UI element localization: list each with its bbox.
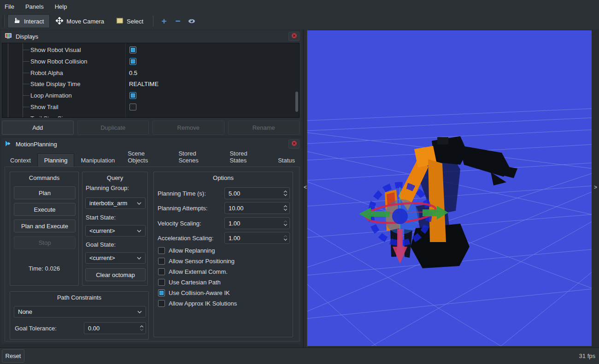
- left-panel-column: Displays Show Robot Visual: [0, 29, 303, 347]
- clear-octomap-button[interactable]: Clear octomap: [85, 268, 146, 281]
- property-value[interactable]: 0.5: [129, 69, 137, 76]
- planning-attempts-label: Planning Attempts:: [158, 205, 207, 212]
- tab-scene-objects[interactable]: Scene Objects: [121, 148, 172, 167]
- tab-planning[interactable]: Planning: [37, 153, 75, 167]
- property-row: Show Robot Collision: [2, 56, 299, 67]
- displays-property-tree[interactable]: Show Robot Visual Show Robot Collision R…: [2, 43, 300, 118]
- property-label: Loop Animation: [30, 92, 72, 99]
- spin-up-icon[interactable]: [283, 205, 288, 208]
- allow-external-comm-option[interactable]: Allow External Comm.: [158, 268, 228, 275]
- checkbox[interactable]: [158, 258, 165, 265]
- visibility-button[interactable]: [185, 14, 199, 28]
- menu-panels[interactable]: Panels: [25, 1, 50, 12]
- tab-stored-scenes[interactable]: Stored Scenes: [172, 148, 223, 167]
- goal-state-dropdown[interactable]: <current>: [85, 252, 146, 264]
- menu-file[interactable]: File: [5, 1, 21, 12]
- vertical-scrollbar[interactable]: [295, 92, 298, 112]
- right-edge-strip: >: [592, 29, 599, 347]
- goal-tolerance-spinbox[interactable]: 0.00: [84, 322, 146, 334]
- spin-up-icon[interactable]: [140, 325, 144, 328]
- spin-down-icon[interactable]: [283, 238, 288, 241]
- spin-up-icon[interactable]: [283, 191, 288, 193]
- use-collision-aware-ik-option[interactable]: Use Collision-Aware IK: [158, 289, 230, 296]
- property-row: Show Trail: [2, 101, 299, 113]
- display-icon: [5, 33, 12, 40]
- property-row: Loop Animation: [2, 90, 299, 101]
- plan-and-execute-button[interactable]: Plan and Execute: [14, 220, 76, 232]
- acceleration-scaling-label: Acceleration Scaling:: [158, 235, 213, 242]
- checkbox[interactable]: [158, 247, 165, 254]
- checkbox[interactable]: [129, 46, 136, 53]
- property-label: Robot Alpha: [30, 69, 63, 76]
- property-label: Show Robot Collision: [30, 58, 88, 65]
- planning-time-spinbox[interactable]: 5.00: [224, 187, 290, 199]
- velocity-scaling-value: 1.00: [229, 220, 240, 227]
- zoom-out-button[interactable]: −: [171, 14, 185, 28]
- zoom-in-button[interactable]: +: [157, 14, 171, 28]
- add-button[interactable]: Add: [2, 121, 74, 135]
- tab-context[interactable]: Context: [4, 155, 37, 167]
- allow-approx-ik-option[interactable]: Allow Approx IK Solutions: [158, 300, 237, 307]
- checkbox[interactable]: [129, 92, 136, 99]
- move-camera-tool-label: Move Camera: [66, 18, 104, 25]
- checkbox-label: Use Collision-Aware IK: [169, 289, 230, 296]
- use-cartesian-path-option[interactable]: Use Cartesian Path: [158, 278, 221, 286]
- toolbar-drag-handle[interactable]: [3, 15, 5, 27]
- displays-panel-header[interactable]: Displays: [1, 30, 301, 42]
- panel-splitter[interactable]: <: [303, 29, 307, 347]
- checkbox-label: Use Cartesian Path: [169, 279, 221, 286]
- tab-manipulation[interactable]: Manipulation: [74, 155, 121, 167]
- tab-stored-states[interactable]: Stored States: [223, 148, 271, 167]
- checkbox[interactable]: [129, 58, 136, 65]
- checkbox[interactable]: [158, 279, 165, 286]
- property-value[interactable]: REALTIME: [129, 81, 159, 87]
- chevron-down-icon: [137, 311, 142, 313]
- checkbox[interactable]: [158, 268, 165, 275]
- checkbox-label: Allow Replanning: [169, 247, 215, 254]
- planning-group-value: interbotix_arm: [89, 200, 127, 207]
- checkbox[interactable]: [158, 300, 165, 307]
- commands-group: Commands Plan Execute Plan and Execute S…: [10, 172, 79, 286]
- spin-up-icon: [283, 235, 288, 237]
- close-icon: [291, 33, 297, 40]
- close-icon: [291, 140, 297, 148]
- planning-group-label: Planning Group:: [86, 185, 129, 191]
- options-group-title: Options: [154, 174, 293, 181]
- interact-tool-button[interactable]: Interact: [7, 14, 50, 28]
- displays-close-button[interactable]: [288, 32, 300, 41]
- planning-attempts-spinbox[interactable]: 10.00: [224, 202, 290, 214]
- chevron-down-icon: [137, 202, 141, 205]
- property-label: State Display Time: [30, 81, 80, 87]
- displays-panel: Displays Show Robot Visual: [1, 30, 301, 136]
- plan-button[interactable]: Plan: [14, 186, 76, 199]
- velocity-scaling-spinbox[interactable]: 1.00: [224, 217, 290, 229]
- chevron-right-icon[interactable]: >: [594, 184, 597, 191]
- allow-replanning-option[interactable]: Allow Replanning: [158, 247, 215, 254]
- execute-button[interactable]: Execute: [14, 203, 76, 216]
- path-constraints-title: Path Constraints: [10, 294, 148, 301]
- move-camera-tool-button[interactable]: Move Camera: [50, 14, 110, 28]
- reset-button[interactable]: Reset: [2, 349, 24, 363]
- path-constraints-value: None: [18, 308, 32, 315]
- property-label: Show Trail: [30, 104, 59, 110]
- spin-down-icon[interactable]: [283, 224, 288, 226]
- acceleration-scaling-value: 1.00: [229, 235, 240, 242]
- 3d-viewport[interactable]: [307, 30, 592, 346]
- property-row-clipped: Trail Step Size: [2, 113, 299, 118]
- spin-down-icon[interactable]: [283, 208, 288, 211]
- chevron-down-icon: [137, 257, 141, 260]
- menu-help[interactable]: Help: [55, 1, 74, 12]
- motion-planning-close-button[interactable]: [288, 139, 300, 149]
- checkbox[interactable]: [129, 104, 136, 110]
- acceleration-scaling-spinbox[interactable]: 1.00: [224, 232, 290, 244]
- toolbar-separator: [153, 16, 153, 27]
- checkbox[interactable]: [158, 289, 165, 296]
- path-constraints-dropdown[interactable]: None: [14, 306, 146, 318]
- select-tool-button[interactable]: Select: [110, 14, 149, 28]
- start-state-dropdown[interactable]: <current>: [85, 225, 146, 237]
- spin-down-icon[interactable]: [283, 194, 288, 196]
- chevron-left-icon[interactable]: <: [304, 184, 307, 191]
- allow-sensor-positioning-option[interactable]: Allow Sensor Positioning: [158, 257, 235, 265]
- planning-group-dropdown[interactable]: interbotix_arm: [85, 197, 146, 209]
- tab-status[interactable]: Status: [271, 155, 301, 167]
